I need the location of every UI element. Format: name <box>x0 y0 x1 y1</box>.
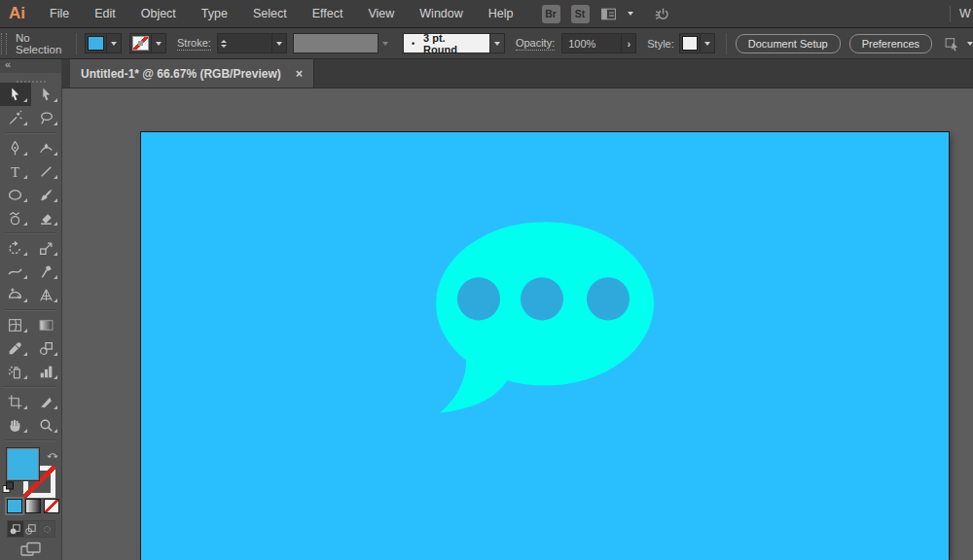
brush-definition-control[interactable] <box>287 33 393 53</box>
draw-behind-button[interactable] <box>23 521 39 537</box>
pasteboard[interactable] <box>62 88 973 560</box>
workspace-switcher[interactable]: W <box>950 0 973 27</box>
stroke-weight-label[interactable]: Stroke: <box>177 37 211 51</box>
tool-gradient[interactable] <box>31 313 62 336</box>
variable-width-profile-control[interactable]: • 3 pt. Round <box>403 33 505 53</box>
menu-window[interactable]: Window <box>407 7 475 20</box>
tool-pen[interactable] <box>0 136 31 159</box>
panel-grip[interactable] <box>1 33 7 54</box>
tool-width[interactable] <box>0 260 31 283</box>
gradient-button[interactable] <box>25 499 41 513</box>
tool-artboard[interactable] <box>0 390 31 413</box>
touch-workspace-icon[interactable] <box>944 35 960 52</box>
menu-object[interactable]: Object <box>128 7 189 20</box>
graphic-style-chevron-icon[interactable] <box>700 33 714 53</box>
stroke-color-control[interactable] <box>129 33 166 53</box>
tool-direct-selection[interactable] <box>31 83 62 106</box>
artboard-canvas[interactable] <box>141 132 949 560</box>
arrange-documents-chevron-icon[interactable] <box>628 12 633 16</box>
document-tab[interactable]: Untitled-1* @ 66.67% (RGB/Preview) × <box>70 59 314 88</box>
tool-symbol-sprayer[interactable] <box>0 360 31 383</box>
bubble-dot-3 <box>587 277 630 320</box>
tool-shaper[interactable] <box>0 206 31 229</box>
tool-magic-wand[interactable] <box>0 106 31 129</box>
default-fill-stroke-icon[interactable] <box>2 480 15 498</box>
tools-panel-grip[interactable] <box>0 73 61 83</box>
tool-rotate[interactable] <box>0 236 31 260</box>
none-button[interactable] <box>44 499 59 513</box>
artboard[interactable] <box>141 132 949 560</box>
tool-curvature[interactable] <box>31 136 62 159</box>
menu-edit[interactable]: Edit <box>82 7 128 20</box>
stock-button[interactable]: St <box>571 5 590 23</box>
arrange-documents-icon[interactable] <box>600 6 617 22</box>
tool-ellipse[interactable] <box>0 183 31 206</box>
tool-type[interactable]: T <box>0 159 31 183</box>
fill-proxy[interactable] <box>7 448 39 480</box>
tool-scale[interactable] <box>31 236 62 260</box>
graphic-style-swatch[interactable] <box>682 36 698 51</box>
fill-color-chevron-icon[interactable] <box>106 33 121 53</box>
tool-lasso[interactable] <box>31 106 62 129</box>
menu-separator <box>950 6 951 22</box>
tool-puppet-warp[interactable] <box>31 260 62 283</box>
tool-column-graph[interactable] <box>31 360 62 383</box>
menu-file[interactable]: File <box>37 7 82 20</box>
tool-hand[interactable] <box>0 413 31 437</box>
opacity-spinner-icon[interactable]: › <box>621 33 635 53</box>
draw-normal-button[interactable] <box>8 521 23 537</box>
fill-color-control[interactable] <box>85 33 122 53</box>
menu-effect[interactable]: Effect <box>300 7 356 20</box>
tool-slice[interactable] <box>31 390 62 413</box>
tool-mesh[interactable] <box>0 313 31 336</box>
tool-line-segment[interactable] <box>31 159 62 183</box>
bridge-button[interactable]: Br <box>542 5 560 23</box>
tool-perspective-grid[interactable] <box>31 283 62 306</box>
brush-definition-preview[interactable] <box>293 33 378 53</box>
illustrator-window: Ai File Edit Object Type Select Effect V… <box>0 0 973 560</box>
tool-blend[interactable] <box>31 336 62 360</box>
opacity-field[interactable]: 100% › <box>561 33 636 53</box>
tool-divider <box>0 229 61 236</box>
brush-style-value: 3 pt. Round <box>423 32 482 55</box>
tool-shape-builder[interactable] <box>0 283 31 306</box>
tool-eraser[interactable] <box>31 206 62 229</box>
stroke-none-swatch[interactable] <box>132 36 149 51</box>
graphic-style-control[interactable] <box>679 33 715 53</box>
stepper-up-icon <box>221 40 227 43</box>
gpu-performance-icon[interactable] <box>654 6 670 22</box>
change-screen-mode-icon[interactable] <box>0 538 61 560</box>
stroke-weight-field[interactable] <box>217 33 287 53</box>
stroke-weight-chevron-icon[interactable] <box>271 33 286 53</box>
close-icon[interactable]: × <box>296 67 303 81</box>
tool-divider <box>0 129 61 136</box>
menu-help[interactable]: Help <box>476 7 526 20</box>
stroke-weight-input[interactable] <box>231 34 271 52</box>
opacity-label[interactable]: Opacity: <box>516 37 555 51</box>
brush-style-chevron-icon[interactable] <box>489 33 504 53</box>
brush-definition-chevron-icon <box>378 33 393 53</box>
tool-zoom[interactable] <box>31 413 62 437</box>
touch-workspace-chevron-icon[interactable] <box>967 42 973 46</box>
color-button[interactable] <box>7 499 22 513</box>
preferences-button[interactable]: Preferences <box>849 34 932 53</box>
stroke-color-chevron-icon[interactable] <box>151 33 165 53</box>
stepper-down-icon <box>221 45 227 48</box>
menu-select[interactable]: Select <box>240 7 300 20</box>
fill-color-swatch[interactable] <box>88 36 104 51</box>
tools-panel-collapse[interactable]: « <box>0 59 61 73</box>
menu-type[interactable]: Type <box>189 7 240 20</box>
document-setup-button[interactable]: Document Setup <box>736 34 841 53</box>
stroke-weight-stepper[interactable] <box>218 40 231 48</box>
swap-fill-stroke-icon[interactable] <box>47 447 58 465</box>
tool-divider <box>0 437 61 443</box>
separator <box>726 33 727 54</box>
tool-paintbrush[interactable] <box>31 183 62 206</box>
tool-selection[interactable] <box>0 83 31 106</box>
tool-eyedropper[interactable] <box>0 336 31 360</box>
opacity-value[interactable]: 100% <box>562 38 621 50</box>
brush-stroke-dot-icon: • <box>412 39 414 49</box>
menu-view[interactable]: View <box>355 7 407 20</box>
selection-status: No Selection <box>16 32 66 55</box>
draw-inside-button[interactable] <box>39 521 54 537</box>
